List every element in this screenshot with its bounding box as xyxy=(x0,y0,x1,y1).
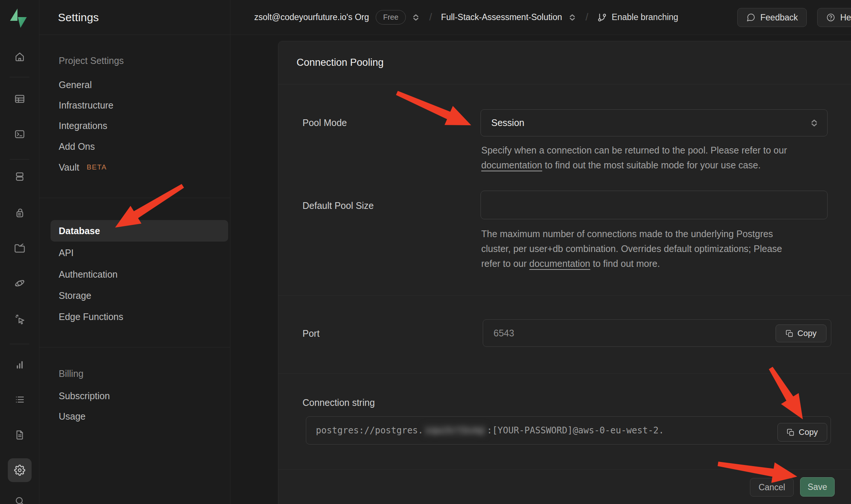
documentation-link[interactable]: documentation xyxy=(529,258,590,269)
nav-realtime-button[interactable] xyxy=(8,307,32,331)
copy-icon xyxy=(787,429,795,436)
branch-icon xyxy=(597,13,607,22)
sidebar-item-subscription[interactable]: Subscription xyxy=(51,385,228,406)
help-label: He xyxy=(840,12,851,22)
copy-icon xyxy=(786,330,793,337)
connection-string-field: postgres://postgres.xqwzkrtbvmp:[YOUR-PA… xyxy=(306,416,831,445)
footer-divider xyxy=(278,469,851,470)
feedback-button[interactable]: Feedback xyxy=(737,8,807,27)
storage-icon xyxy=(14,242,25,253)
section-header-project-settings: Project Settings xyxy=(51,50,228,71)
search-icon xyxy=(14,495,25,504)
port-label: Port xyxy=(302,328,320,339)
save-button[interactable]: Save xyxy=(800,477,835,497)
connection-string-label: Connection string xyxy=(302,397,375,408)
description-text: to find out more. xyxy=(590,258,660,269)
sql-editor-icon xyxy=(14,129,25,140)
logs-icon xyxy=(14,394,25,405)
nav-api-docs-button[interactable] xyxy=(8,423,32,447)
help-circle-icon xyxy=(826,13,835,22)
main-content: Connection Pooling Pool Mode Session Spe… xyxy=(230,35,851,504)
api-docs-icon xyxy=(14,429,25,440)
nav-storage-button[interactable] xyxy=(8,236,32,260)
enable-branching-button[interactable]: Enable branching xyxy=(597,12,678,22)
chevrons-up-down-icon xyxy=(809,118,819,128)
default-pool-size-input[interactable] xyxy=(480,191,828,219)
sidebar-item-database[interactable]: Database xyxy=(51,220,228,242)
panel-title: Connection Pooling xyxy=(297,57,384,68)
sidebar-item-add-ons[interactable]: Add Ons xyxy=(51,136,228,157)
description-text: Specify when a connection can be returne… xyxy=(481,145,787,155)
auth-icon xyxy=(14,207,25,218)
divider xyxy=(10,77,29,77)
project-switcher-chevron-icon[interactable] xyxy=(568,13,577,22)
section-divider xyxy=(278,373,851,374)
breadcrumb-separator: / xyxy=(429,12,432,23)
reports-icon xyxy=(14,359,25,370)
nav-edge-functions-button[interactable] xyxy=(8,271,32,295)
sidebar-item-usage[interactable]: Usage xyxy=(51,406,228,427)
realtime-icon xyxy=(14,313,25,324)
nav-search-button[interactable] xyxy=(8,489,32,504)
sidebar-item-infrastructure[interactable]: Infrastructure xyxy=(51,95,228,116)
settings-title: Settings xyxy=(58,11,99,24)
sidebar-item-edge-functions[interactable]: Edge Functions xyxy=(51,306,228,327)
nav-reports-button[interactable] xyxy=(8,352,32,376)
description-text: to find out the most suitable mode for y… xyxy=(542,160,761,170)
cancel-button[interactable]: Cancel xyxy=(750,478,794,497)
port-field: 6543 Copy xyxy=(483,319,831,347)
description-text: refer to our xyxy=(481,258,529,269)
nav-table-editor-button[interactable] xyxy=(8,87,32,111)
port-copy-button[interactable]: Copy xyxy=(776,324,826,342)
org-switcher-chevron-icon[interactable] xyxy=(411,13,420,22)
pool-mode-value: Session xyxy=(491,117,524,128)
nav-database-button[interactable] xyxy=(8,165,32,188)
documentation-link[interactable]: documentation xyxy=(481,160,542,170)
settings-icon xyxy=(14,465,25,476)
nav-settings-button[interactable] xyxy=(8,458,32,482)
edge-functions-icon xyxy=(14,278,25,289)
copy-label: Copy xyxy=(799,427,818,437)
connection-string-prefix: postgres://postgres. xyxy=(316,425,423,436)
sidebar-item-label: Vault xyxy=(59,162,79,173)
nav-logs-button[interactable] xyxy=(8,388,32,411)
org-name[interactable]: zsolt@codeyourfuture.io's Org xyxy=(254,12,369,22)
icon-sidebar xyxy=(0,0,39,504)
enable-branching-label: Enable branching xyxy=(612,12,678,22)
default-pool-size-label: Default Pool Size xyxy=(302,200,374,211)
connection-string-value: postgres://postgres.xqwzkrtbvmp:[YOUR-PA… xyxy=(306,424,664,436)
sidebar-item-general[interactable]: General xyxy=(51,74,228,95)
connection-string-copy-button[interactable]: Copy xyxy=(777,423,827,442)
beta-badge: BETA xyxy=(87,163,107,171)
connection-string-suffix: :[YOUR-PASSWORD]@aws-0-eu-west-2. xyxy=(487,425,664,436)
help-button[interactable]: He xyxy=(817,8,851,27)
section-divider xyxy=(278,295,851,295)
description-text: The maximum number of connections made t… xyxy=(481,229,773,239)
home-icon xyxy=(14,51,25,62)
nav-sql-editor-button[interactable] xyxy=(8,122,32,146)
supabase-logo-icon[interactable] xyxy=(10,8,27,30)
pool-mode-label: Pool Mode xyxy=(302,117,347,128)
description-text: cluster, per user+db combination. Overri… xyxy=(481,243,782,254)
panel-title-row: Connection Pooling xyxy=(278,41,851,84)
sidebar-item-authentication[interactable]: Authentication xyxy=(51,264,228,285)
sidebar-item-vault[interactable]: Vault BETA xyxy=(51,157,228,178)
sidebar-item-api[interactable]: API xyxy=(51,242,228,263)
connection-string-redacted: xqwzkrtbvmp xyxy=(423,424,487,436)
breadcrumb-separator: / xyxy=(586,12,589,23)
nav-home-button[interactable] xyxy=(8,45,32,68)
pool-mode-description: Specify when a connection can be returne… xyxy=(481,143,787,172)
database-icon xyxy=(14,171,25,182)
table-editor-icon xyxy=(14,93,25,104)
section-header-billing: Billing xyxy=(51,363,228,384)
pool-mode-select[interactable]: Session xyxy=(480,109,828,136)
sidebar-item-integrations[interactable]: Integrations xyxy=(51,115,228,136)
nav-auth-button[interactable] xyxy=(8,201,32,224)
divider xyxy=(39,198,230,198)
settings-sidebar-header: Settings xyxy=(39,0,230,35)
feedback-label: Feedback xyxy=(760,12,798,22)
sidebar-item-storage[interactable]: Storage xyxy=(51,285,228,306)
project-name[interactable]: Full-Stack-Assessment-Solution xyxy=(441,12,562,22)
settings-sidebar: Settings Project Settings General Infras… xyxy=(39,0,230,504)
connection-pooling-panel: Connection Pooling Pool Mode Session Spe… xyxy=(278,41,851,504)
